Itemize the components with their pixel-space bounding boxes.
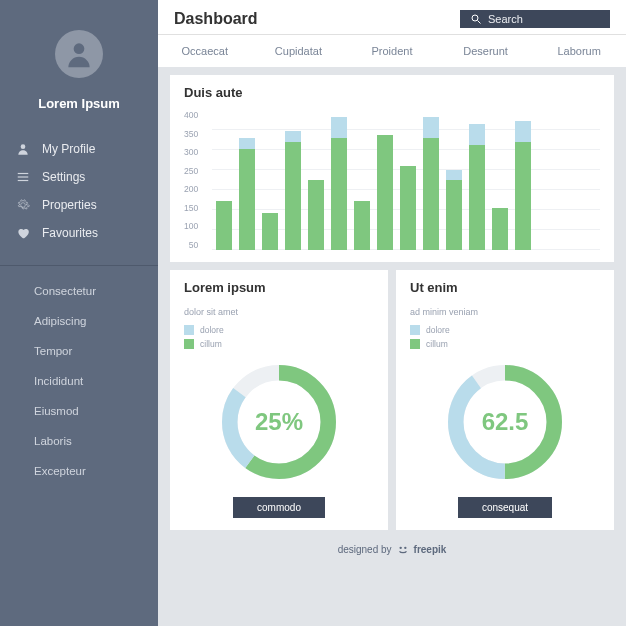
- freepik-logo-icon: [396, 542, 410, 556]
- y-tick: 150: [184, 203, 198, 213]
- nav-my-profile[interactable]: My Profile: [0, 135, 158, 163]
- bar-column: [423, 117, 439, 250]
- search-box[interactable]: [460, 10, 610, 28]
- legend-label: dolore: [426, 325, 450, 335]
- nav-primary: My Profile Settings Properties Favourite…: [0, 127, 158, 261]
- legend-item-green: cillum: [410, 339, 600, 349]
- nav-label: Settings: [42, 170, 85, 184]
- avatar[interactable]: [55, 30, 103, 78]
- nav-sec-adipiscing[interactable]: Adipiscing: [0, 306, 158, 336]
- bar-segment-green: [377, 135, 393, 251]
- nav-label: Properties: [42, 198, 97, 212]
- bar-segment-green: [423, 138, 439, 250]
- svg-rect-2: [18, 173, 29, 174]
- legend-label: cillum: [426, 339, 448, 349]
- tab-proident[interactable]: Proident: [345, 35, 439, 67]
- nav-sec-laboris[interactable]: Laboris: [0, 426, 158, 456]
- nav-sec-consectetur[interactable]: Consectetur: [0, 276, 158, 306]
- commodo-button[interactable]: commodo: [233, 497, 325, 518]
- bar-segment-green: [469, 145, 485, 250]
- bar-column: [515, 121, 531, 251]
- content: Duis aute 40035030025020015010050 Lorem …: [158, 67, 626, 570]
- nav-settings[interactable]: Settings: [0, 163, 158, 191]
- search-icon: [470, 13, 482, 25]
- tab-occaecat[interactable]: Occaecat: [158, 35, 252, 67]
- bar-column: [331, 117, 347, 250]
- nav-label: Tempor: [34, 345, 72, 357]
- nav-label: Adipiscing: [34, 315, 86, 327]
- y-axis: 40035030025020015010050: [184, 110, 202, 250]
- nav-sec-excepteur[interactable]: Excepteur: [0, 456, 158, 486]
- bar-column: [285, 131, 301, 250]
- bar-segment-blue: [285, 131, 301, 142]
- svg-line-6: [478, 21, 481, 24]
- nav-properties[interactable]: Properties: [0, 191, 158, 219]
- svg-point-5: [472, 15, 478, 21]
- bar-segment-green: [331, 138, 347, 250]
- main: Dashboard Occaecat Cupidatat Proident De…: [158, 0, 626, 626]
- y-tick: 400: [184, 110, 198, 120]
- bar-column: [400, 166, 416, 250]
- bar-segment-blue: [331, 117, 347, 138]
- legend-item-blue: dolore: [184, 325, 374, 335]
- footer-credit: designed by freepik: [170, 538, 614, 566]
- donut-title: Lorem ipsum: [184, 280, 374, 295]
- donut-subtitle: dolor sit amet: [184, 307, 374, 317]
- swatch-green: [410, 339, 420, 349]
- donut-wrap: 25%: [184, 357, 374, 487]
- heart-icon: [14, 226, 32, 240]
- y-tick: 50: [184, 240, 198, 250]
- legend-item-blue: dolore: [410, 325, 600, 335]
- username: Lorem Ipsum: [38, 96, 120, 111]
- donut-card-2: Ut enim ad minim veniam dolore cillum 62…: [396, 270, 614, 530]
- bar-column: [377, 135, 393, 251]
- bar-segment-blue: [423, 117, 439, 138]
- tab-deserunt[interactable]: Deserunt: [439, 35, 533, 67]
- bar-column: [216, 201, 232, 250]
- bar-segment-blue: [515, 121, 531, 142]
- y-tick: 100: [184, 221, 198, 231]
- svg-point-13: [399, 547, 401, 549]
- sidebar: Lorem Ipsum My Profile Settings Properti…: [0, 0, 158, 626]
- tab-cupidat[interactable]: Cupidatat: [252, 35, 346, 67]
- nav-sec-tempor[interactable]: Tempor: [0, 336, 158, 366]
- legend-label: cillum: [200, 339, 222, 349]
- swatch-blue: [410, 325, 420, 335]
- user-avatar-icon: [63, 38, 95, 70]
- bar-chart: 40035030025020015010050: [184, 110, 600, 250]
- donut-center-value: 25%: [255, 408, 303, 436]
- svg-point-14: [404, 547, 406, 549]
- nav-secondary: Consectetur Adipiscing Tempor Incididunt…: [0, 270, 158, 492]
- svg-point-1: [21, 144, 26, 149]
- nav-label: Laboris: [34, 435, 72, 447]
- y-tick: 200: [184, 184, 198, 194]
- donut-title: Ut enim: [410, 280, 600, 295]
- donut-center-value: 62.5: [482, 408, 529, 436]
- nav-sec-eiusmod[interactable]: Eiusmod: [0, 396, 158, 426]
- bar-segment-green: [446, 180, 462, 250]
- nav-favourites[interactable]: Favourites: [0, 219, 158, 247]
- nav-label: Favourites: [42, 226, 98, 240]
- bar-column: [354, 201, 370, 250]
- swatch-green: [184, 339, 194, 349]
- consequat-button[interactable]: consequat: [458, 497, 552, 518]
- legend-item-green: cillum: [184, 339, 374, 349]
- bar-plot: [212, 110, 600, 250]
- nav-sec-incididunt[interactable]: Incididunt: [0, 366, 158, 396]
- app-root: Lorem Ipsum My Profile Settings Properti…: [0, 0, 626, 626]
- user-icon: [14, 142, 32, 156]
- search-input[interactable]: [488, 13, 626, 25]
- y-tick: 350: [184, 129, 198, 139]
- donut-row: Lorem ipsum dolor sit amet dolore cillum…: [170, 270, 614, 530]
- bar-segment-green: [354, 201, 370, 250]
- bar-chart-card: Duis aute 40035030025020015010050: [170, 75, 614, 262]
- bar-column: [262, 213, 278, 250]
- tab-laborum[interactable]: Laborum: [532, 35, 626, 67]
- svg-rect-4: [18, 180, 29, 181]
- bar-column: [469, 124, 485, 250]
- profile-block: Lorem Ipsum: [0, 20, 158, 127]
- bar-segment-green: [515, 142, 531, 251]
- bar-column: [446, 170, 462, 251]
- bar-segment-green: [308, 180, 324, 250]
- bar-segment-green: [285, 142, 301, 251]
